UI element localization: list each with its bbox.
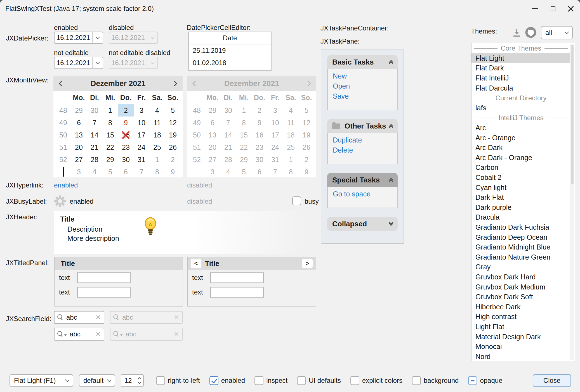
calendar-day[interactable]: 30 xyxy=(87,104,102,117)
calendar-day[interactable]: 31 xyxy=(134,153,149,166)
collapse-chevrons-icon[interactable] xyxy=(390,179,393,181)
calendar-day[interactable]: 23 xyxy=(118,141,134,153)
laf-combo[interactable]: Flat Light (F1) xyxy=(10,374,73,387)
theme-item[interactable]: Hiberbee Dark xyxy=(471,302,570,312)
calendar-day[interactable]: 20 xyxy=(71,141,87,153)
calendar-day[interactable]: 5 xyxy=(165,104,181,117)
minimize-button[interactable] xyxy=(526,0,544,17)
calendar-day[interactable]: 3 xyxy=(71,166,87,178)
inspect-checkbox[interactable] xyxy=(254,376,263,385)
next-month-icon[interactable] xyxy=(172,81,177,86)
search-field-with-menu[interactable]: abc ✕ xyxy=(54,328,104,341)
theme-item[interactable]: Arc - Orange xyxy=(471,133,570,143)
clear-icon[interactable]: ✕ xyxy=(95,330,101,338)
theme-item[interactable]: Nord xyxy=(471,351,570,361)
themes-list[interactable]: Core ThemesFlat LightFlat DarkFlat Intel… xyxy=(471,43,575,361)
taskpane-link[interactable]: Duplicate xyxy=(333,136,397,144)
calendar-day[interactable]: 6 xyxy=(118,166,134,178)
datepicker-enabled-field[interactable]: 16.12.2021 xyxy=(54,32,103,44)
calendar-day[interactable]: 8 xyxy=(149,166,165,178)
calendar-day[interactable]: 17 xyxy=(134,129,149,141)
text-input[interactable] xyxy=(77,272,131,283)
table-row[interactable]: 01.02.2018 xyxy=(189,57,271,69)
calendar-day[interactable]: 27 xyxy=(71,153,87,166)
theme-item[interactable]: Gruvbox Dark Soft xyxy=(471,292,570,302)
spinner-buttons[interactable] xyxy=(135,375,143,386)
search-input[interactable]: abc xyxy=(70,330,95,338)
search-menu-icon[interactable] xyxy=(57,331,63,337)
datepicker-noteditable-field[interactable]: 16.12.2021 xyxy=(54,57,103,69)
theme-item[interactable]: Gradianto Dark Fuchsia xyxy=(471,222,570,232)
calendar-day[interactable]: 9 xyxy=(118,117,134,129)
github-icon[interactable] xyxy=(524,26,537,39)
expand-chevrons-icon[interactable] xyxy=(390,222,393,225)
calendar-day[interactable]: 12 xyxy=(165,117,181,129)
titledpanel-next-button[interactable]: > xyxy=(302,258,313,269)
theme-item[interactable]: Dracula xyxy=(471,212,570,222)
background-checkbox[interactable] xyxy=(412,376,421,385)
close-window-button[interactable] xyxy=(562,0,580,17)
theme-item[interactable]: Light Flat xyxy=(471,322,570,332)
calendar-day[interactable]: 9 xyxy=(165,166,181,178)
calendar-day[interactable]: 1 xyxy=(102,104,118,117)
calendar-day[interactable]: 29 xyxy=(102,153,118,166)
monthview-enabled[interactable]: Dezember 2021 Mo.Di.Mi.Do.Fr.Sa.So.48293… xyxy=(53,76,183,177)
busy-checkbox[interactable] xyxy=(292,196,301,205)
theme-item[interactable]: Gruvbox Dark Hard xyxy=(471,272,570,282)
theme-item[interactable]: Flat Dark xyxy=(471,63,570,73)
taskpane-link[interactable]: Open xyxy=(333,82,397,90)
download-icon[interactable] xyxy=(511,28,522,39)
calendar-day[interactable]: 30 xyxy=(118,153,134,166)
calendar-day[interactable]: 1 xyxy=(149,153,165,166)
calendar-day[interactable]: 21 xyxy=(87,141,102,153)
calendar-day[interactable]: 2 xyxy=(165,153,181,166)
calendar-day[interactable]: 16 xyxy=(118,129,134,141)
search-field[interactable]: abc ✕ xyxy=(54,311,104,324)
calendar-day[interactable]: 22 xyxy=(102,141,118,153)
theme-item[interactable]: Gradianto Nature Green xyxy=(471,252,570,262)
calendar-day[interactable]: 28 xyxy=(87,153,102,166)
theme-item[interactable]: Cobalt 2 xyxy=(471,173,570,183)
spinner-down-icon[interactable] xyxy=(138,380,141,384)
taskpane-link[interactable]: Save xyxy=(333,92,397,100)
taskpane-titlebar[interactable]: Other Tasks xyxy=(327,119,398,133)
themes-filter-combo[interactable]: all xyxy=(541,26,573,39)
theme-item[interactable]: Gradianto Deep Ocean xyxy=(471,232,570,242)
theme-item[interactable]: Monocai xyxy=(471,342,570,352)
calendar-day[interactable]: 4 xyxy=(87,166,102,178)
taskpane-titlebar[interactable]: Collapsed xyxy=(327,217,398,231)
close-button[interactable]: Close xyxy=(533,374,571,387)
calendar-day[interactable]: 5 xyxy=(102,166,118,178)
calendar-day[interactable]: 15 xyxy=(102,129,118,141)
calendar-day[interactable]: 10 xyxy=(134,117,149,129)
theme-item[interactable]: Gray xyxy=(471,262,570,272)
calendar-day[interactable]: 26 xyxy=(165,141,181,153)
explicit-colors-checkbox[interactable] xyxy=(350,376,359,385)
font-combo[interactable]: default xyxy=(79,374,115,387)
taskpane-link[interactable]: Delete xyxy=(333,146,397,154)
date-table[interactable]: Date 25.11.2019 01.02.2018 xyxy=(188,32,272,71)
text-input[interactable] xyxy=(77,287,131,298)
text-input[interactable] xyxy=(210,272,264,283)
theme-item[interactable]: Gradianto Midnight Blue xyxy=(471,242,570,252)
calendar-day[interactable]: 25 xyxy=(149,141,165,153)
calendar-day[interactable]: 7 xyxy=(134,166,149,178)
theme-item[interactable]: Flat Light xyxy=(471,53,570,63)
theme-item[interactable]: Material Design Dark xyxy=(471,332,570,342)
clear-icon[interactable]: ✕ xyxy=(95,313,101,321)
font-size-spinner[interactable]: 12 xyxy=(121,374,144,387)
table-row[interactable]: 25.11.2019 xyxy=(189,44,271,57)
calendar-day[interactable]: 3 xyxy=(134,104,149,117)
scrollbar-thumb[interactable] xyxy=(571,45,574,184)
date-value[interactable]: 16.12.2021 xyxy=(55,32,92,43)
calendar-day[interactable]: 29 xyxy=(71,104,87,117)
text-input[interactable] xyxy=(210,287,264,298)
date-value[interactable]: 16.12.2021 xyxy=(55,57,92,68)
theme-item[interactable]: High contrast xyxy=(471,312,570,322)
theme-item[interactable]: Flat IntelliJ xyxy=(471,73,570,83)
title-bar[interactable]: FlatSwingXTest (Java 17; system scale fa… xyxy=(0,0,580,17)
calendar-day[interactable]: 8 xyxy=(102,117,118,129)
collapse-chevrons-icon[interactable] xyxy=(390,61,393,63)
theme-item[interactable]: Cyan light xyxy=(471,182,570,193)
right-to-left-checkbox[interactable] xyxy=(156,376,165,385)
